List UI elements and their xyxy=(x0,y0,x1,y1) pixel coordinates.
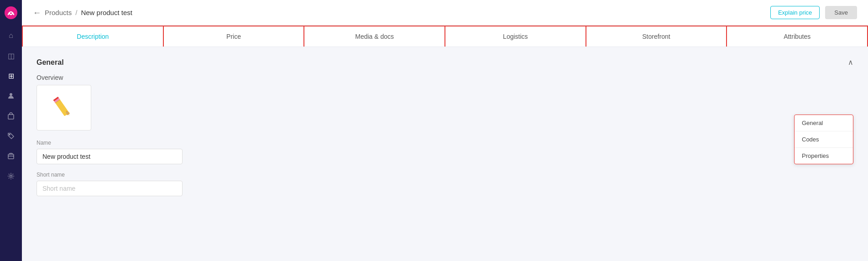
grid-icon[interactable]: ⊞ xyxy=(3,68,19,84)
tab-storefront[interactable]: Storefront xyxy=(586,26,727,47)
back-button[interactable]: ← xyxy=(33,9,41,17)
breadcrumb-current: New product test xyxy=(81,9,132,16)
overview-label: Overview xyxy=(37,74,853,81)
short-name-field-group: Short name xyxy=(37,172,853,196)
dropdown-item-properties[interactable]: Properties xyxy=(795,148,853,164)
short-name-input[interactable] xyxy=(37,181,183,196)
tab-description[interactable]: Description xyxy=(22,26,164,47)
settings-icon[interactable] xyxy=(3,168,19,184)
breadcrumb: ← Products / New product test xyxy=(33,9,132,17)
monitor-icon[interactable]: ◫ xyxy=(3,47,19,64)
breadcrumb-separator: / xyxy=(75,9,77,16)
svg-point-0 xyxy=(5,6,17,19)
bag-icon[interactable] xyxy=(3,108,19,124)
section-header: General ∧ xyxy=(37,58,853,67)
save-button[interactable]: Save xyxy=(825,6,857,19)
box-icon[interactable] xyxy=(3,148,19,164)
person-icon[interactable] xyxy=(3,88,19,104)
tab-price[interactable]: Price xyxy=(164,26,305,47)
page-body: General ∧ Overview xyxy=(22,47,868,261)
name-label: Name xyxy=(37,140,853,146)
tag-icon[interactable] xyxy=(3,128,19,144)
chevron-up-icon[interactable]: ∧ xyxy=(848,58,853,67)
dropdown-item-codes[interactable]: Codes xyxy=(795,131,853,148)
sidebar: ⌂ ◫ ⊞ xyxy=(0,0,22,261)
name-field-group: Name xyxy=(37,140,853,164)
short-name-label: Short name xyxy=(37,172,853,178)
page-header: ← Products / New product test Explain pr… xyxy=(22,0,868,26)
svg-point-3 xyxy=(9,134,10,135)
tab-logistics[interactable]: Logistics xyxy=(445,26,586,47)
header-actions: Explain price Save xyxy=(770,6,857,19)
section-title: General xyxy=(37,58,64,67)
svg-rect-4 xyxy=(8,154,14,159)
svg-point-6 xyxy=(10,175,12,177)
explain-price-button[interactable]: Explain price xyxy=(770,6,820,19)
pencil-icon xyxy=(49,93,78,122)
product-image-box[interactable] xyxy=(37,85,91,130)
app-logo xyxy=(4,5,18,20)
home-icon[interactable]: ⌂ xyxy=(3,27,19,44)
breadcrumb-products[interactable]: Products xyxy=(45,9,72,16)
tab-attributes[interactable]: Attributes xyxy=(727,26,868,47)
name-input[interactable] xyxy=(37,149,183,164)
section-dropdown: General Codes Properties xyxy=(794,115,853,164)
tabs-bar: Description Price Media & docs Logistics… xyxy=(22,26,868,47)
tab-media-docs[interactable]: Media & docs xyxy=(304,26,445,47)
dropdown-item-general[interactable]: General xyxy=(795,115,853,131)
svg-rect-2 xyxy=(8,115,14,119)
svg-point-1 xyxy=(10,93,12,96)
main-content: ← Products / New product test Explain pr… xyxy=(22,0,868,261)
